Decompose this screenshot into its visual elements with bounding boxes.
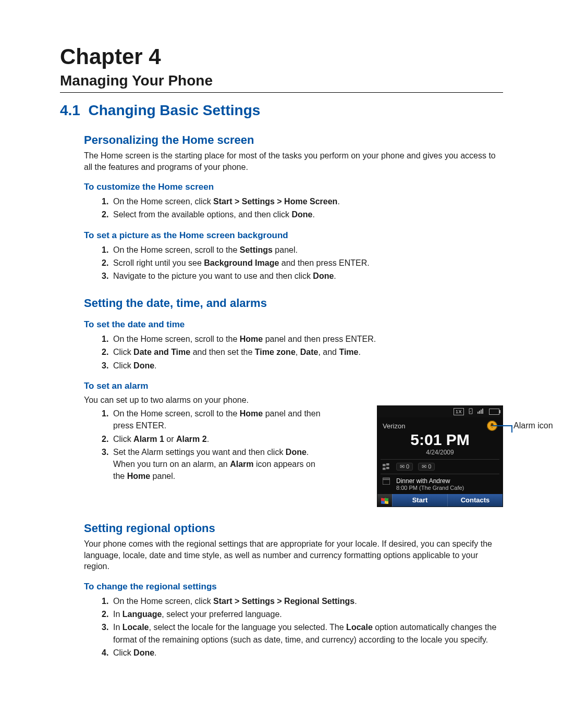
list-item: 3.Click Done. [102,360,503,372]
svg-rect-4 [383,478,390,485]
list-item: 3.Set the Alarm settings you want and th… [102,446,321,483]
heading-rule [60,92,503,93]
list-item: 2.Click Date and Time and then set the T… [102,346,503,358]
list-item: 2.In Language, select your preferred lan… [102,608,503,620]
document-page: Chapter 4 Managing Your Phone 4.1 Changi… [0,0,563,728]
phone-status-bar: 1X [377,406,503,417]
subsection-regional: Setting regional options [84,522,503,535]
subsection-personalizing: Personalizing the Home screen [84,133,503,147]
svg-rect-2 [383,467,386,470]
personalizing-intro: The Home screen is the starting place fo… [84,150,503,172]
windows-icon [382,463,391,471]
to-change-regional-heading: To change the regional settings [84,582,503,592]
setdt-steps: 1.On the Home screen, scroll to the Home… [102,333,503,372]
section-number: 4.1 [60,102,80,118]
list-item: 2.Click Alarm 1 or Alarm 2. [102,433,321,445]
chapter-title: Managing Your Phone [60,72,503,89]
softkey-contacts: Contacts [447,494,503,507]
alarm-figure: 1X Verizon 5:01 PM 4/24/2009 [377,405,503,507]
to-customize-heading: To customize the Home screen [84,182,503,192]
list-item: 1.On the Home screen, click Start > Sett… [102,595,503,607]
list-item: 3.Navigate to the picture you want to us… [102,270,503,282]
mail-count: ✉ 0 [418,463,435,471]
list-item: 2.Scroll right until you see Background … [102,257,503,269]
section-heading: 4.1 Changing Basic Settings [60,102,503,119]
carrier-label: Verizon [383,422,405,430]
windows-flag-icon [377,494,392,507]
svg-rect-3 [386,467,389,469]
phone-icon [468,408,473,415]
list-item: 1.On the Home screen, scroll to the Sett… [102,244,503,256]
callout-line [493,425,512,433]
signal-type: 1X [454,408,464,415]
phone-softkeys: Start Contacts [377,494,503,507]
phone-date: 4/24/2009 [377,449,503,459]
list-item: 1.On the Home screen, click Start > Sett… [102,195,503,207]
chapter-label: Chapter 4 [60,44,503,69]
svg-rect-1 [386,463,389,465]
calendar-icon [382,477,391,485]
list-item: 1.On the Home screen, scroll to the Home… [102,408,321,431]
event-title: Dinner with Andrew [396,477,450,485]
battery-icon [489,409,499,415]
phone-time: 5:01 PM [377,431,503,449]
message-count: ✉ 0 [396,463,413,471]
phone-panel-row: ✉ 0 ✉ 0 [377,460,503,474]
background-steps: 1.On the Home screen, scroll to the Sett… [102,244,503,282]
list-item: 3.In Locale, select the locale for the l… [102,621,503,645]
section-title: Changing Basic Settings [89,102,261,118]
list-item: 4.Click Done. [102,647,503,659]
to-set-background-heading: To set a picture as the Home screen back… [84,230,503,241]
to-set-alarm-heading: To set an alarm [84,381,503,391]
softkey-start: Start [392,494,447,507]
list-item: 1.On the Home screen, scroll to the Home… [102,333,503,345]
regional-intro: Your phone comes with the regional setti… [84,538,503,572]
svg-rect-0 [383,464,386,466]
to-set-dt-heading: To set the date and time [84,319,503,330]
alarm-steps: 1.On the Home screen, scroll to the Home… [102,408,321,482]
phone-screenshot: 1X Verizon 5:01 PM 4/24/2009 [377,405,503,507]
callout-label: Alarm icon [513,421,553,430]
event-subtitle: 8:00 PM (The Grand Cafe) [377,485,503,494]
subsection-datetime: Setting the date, time, and alarms [84,297,503,310]
customize-steps: 1.On the Home screen, click Start > Sett… [102,195,503,220]
regional-steps: 1.On the Home screen, click Start > Sett… [102,595,503,659]
list-item: 2.Select from the available options, and… [102,208,503,220]
signal-bars-icon [478,409,485,415]
alarm-intro: You can set up to two alarms on your pho… [84,394,503,406]
